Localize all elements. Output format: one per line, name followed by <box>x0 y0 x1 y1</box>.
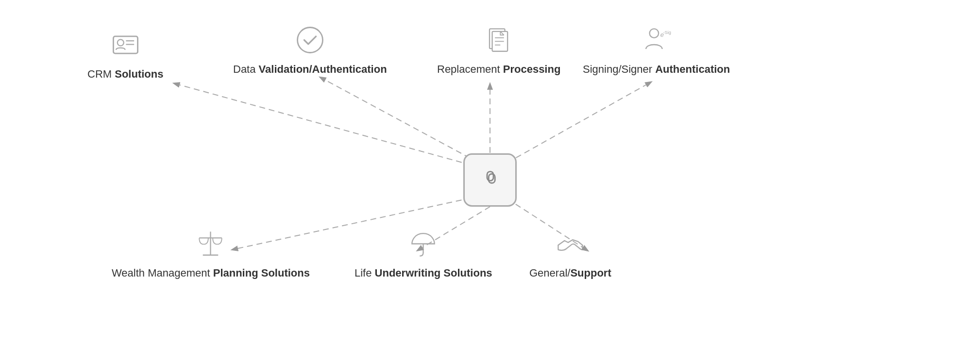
validation-icon <box>294 24 326 58</box>
node-validation: Data Validation/Authentication <box>233 24 387 77</box>
arrow-crm <box>180 85 471 165</box>
replacement-label: Replacement Processing <box>437 63 560 77</box>
center-hub <box>463 153 517 207</box>
node-crm: CRM Solutions <box>87 29 163 82</box>
signing-label: Signing/Signer Authentication <box>583 63 730 77</box>
node-general: General/Support <box>529 228 611 280</box>
validation-label: Data Validation/Authentication <box>233 63 387 77</box>
svg-text:-Sig: -Sig <box>663 30 671 35</box>
wealth-icon <box>195 228 226 262</box>
svg-point-6 <box>297 28 322 53</box>
replacement-icon <box>483 24 515 58</box>
node-replacement: Replacement Processing <box>437 24 560 77</box>
signing-icon: e -Sig <box>641 24 672 58</box>
arrow-validation <box>325 80 478 163</box>
crm-label: CRM Solutions <box>87 67 163 82</box>
node-wealth: Wealth Management Planning Solutions <box>112 228 310 280</box>
svg-point-3 <box>118 39 124 46</box>
general-label: General/Support <box>529 266 611 280</box>
svg-point-13 <box>650 29 659 38</box>
crm-icon <box>110 29 141 63</box>
general-icon <box>555 228 586 262</box>
life-icon <box>407 228 439 262</box>
node-life: Life Underwriting Solutions <box>355 228 492 280</box>
arrow-signing <box>507 85 646 163</box>
life-label: Life Underwriting Solutions <box>355 266 492 280</box>
diagram-container: CRM Solutions Data Validation/Authentica… <box>0 0 980 360</box>
wealth-label: Wealth Management Planning Solutions <box>112 266 310 280</box>
link-icon <box>474 164 506 197</box>
node-signing: e -Sig Signing/Signer Authentication <box>583 24 730 77</box>
